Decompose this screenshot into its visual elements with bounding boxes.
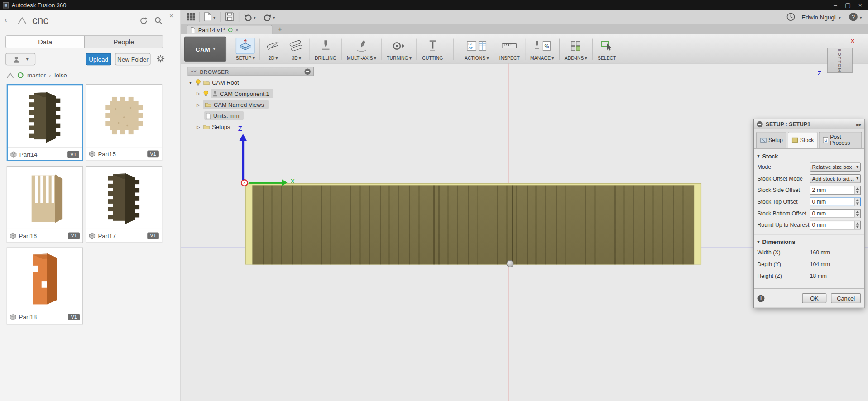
mode-select[interactable]: Relative size box ▾ <box>810 162 861 172</box>
section-expanded-icon: ▾ <box>758 153 760 158</box>
file-menu-caret-icon[interactable]: ▾ <box>213 15 216 20</box>
dialog-expand-icon[interactable]: ▸▸ <box>856 121 861 127</box>
tab-setup[interactable]: Setup <box>756 132 786 148</box>
tree-item-setups[interactable]: ▷ Setups <box>187 121 320 132</box>
ribbon-group-3d[interactable]: 3D▾ <box>285 35 308 63</box>
setup-dialog-titlebar[interactable]: SETUP : SETUP1 ▸▸ <box>754 119 864 129</box>
stock-top-offset-input[interactable]: 0 mm <box>810 197 861 206</box>
cancel-button[interactable]: Cancel <box>831 293 861 303</box>
tree-item-named-views[interactable]: ▷ CAM Named Views <box>187 99 320 110</box>
part-card[interactable]: Part17 V1 <box>86 166 163 243</box>
spinner-control[interactable] <box>854 198 860 205</box>
ribbon-group-actions[interactable]: G1G2 ACTIONS▾ <box>460 35 493 63</box>
info-icon[interactable]: i <box>758 295 765 302</box>
version-badge[interactable]: V1 <box>68 314 80 320</box>
ribbon-group-manage[interactable]: % MANAGE▾ <box>527 35 558 63</box>
help-icon[interactable]: ? <box>849 13 857 21</box>
tab-post-process[interactable]: G Post Process <box>819 132 862 148</box>
tab-data[interactable]: Data <box>6 36 85 48</box>
part-card[interactable]: Part16 V1 <box>7 166 83 243</box>
origin-marker[interactable]: × <box>241 179 248 186</box>
bulb-icon[interactable] <box>203 90 209 97</box>
minimize-button[interactable]: – <box>834 2 837 9</box>
version-badge[interactable]: V1 <box>68 232 80 239</box>
bulb-icon[interactable] <box>196 79 201 86</box>
undo-caret-icon[interactable]: ▾ <box>254 15 256 20</box>
dimensions-section-header[interactable]: ▾ Dimensions <box>754 234 864 247</box>
spinner-control[interactable] <box>854 186 860 194</box>
stock-offset-mode-select[interactable]: Add stock to sid... ▾ <box>810 174 861 183</box>
tree-item-units[interactable]: Units: mm <box>187 110 320 121</box>
job-status-clock-icon[interactable] <box>786 12 796 24</box>
gear-icon[interactable] <box>156 54 165 65</box>
stock-bottom-offset-input[interactable]: 0 mm <box>810 209 861 218</box>
minimize-browser-icon[interactable] <box>304 68 310 74</box>
app-grid-menu-icon[interactable] <box>187 12 196 23</box>
collapse-browser-icon[interactable]: «« <box>191 69 197 74</box>
file-menu-icon[interactable] <box>204 12 211 24</box>
part-card[interactable]: Part15 V1 <box>86 84 163 161</box>
undo-icon[interactable] <box>244 13 253 23</box>
ribbon-group-drilling[interactable]: DRILLING <box>311 35 340 63</box>
workspace-switcher[interactable]: CAM ▾ <box>184 37 226 62</box>
view-cube[interactable]: BOTTOM <box>827 48 853 73</box>
username[interactable]: Edwin Ngugi <box>801 14 836 21</box>
document-tab[interactable]: Part14 v1* × <box>187 25 273 34</box>
ribbon-group-multi-axis[interactable]: MULTI-AXIS▾ <box>343 35 380 63</box>
collapsed-arrow-icon[interactable]: ▷ <box>196 124 201 129</box>
close-tab-icon[interactable]: × <box>235 27 239 33</box>
stock-side-offset-input[interactable]: 2 mm <box>810 186 861 195</box>
browser-header[interactable]: «« BROWSER <box>187 67 314 76</box>
redo-icon[interactable] <box>263 13 272 23</box>
tab-stock[interactable]: Stock <box>788 132 818 148</box>
back-icon[interactable]: ‹ <box>5 14 8 25</box>
part-card[interactable]: Part18 V1 <box>7 248 83 325</box>
dialog-collapse-icon[interactable] <box>757 121 762 127</box>
tab-people[interactable]: People <box>85 36 163 48</box>
refresh-icon[interactable] <box>139 17 148 27</box>
ribbon-group-cutting[interactable]: CUTTING <box>418 35 447 63</box>
upload-button[interactable]: Upload <box>86 53 111 65</box>
close-data-panel-icon[interactable]: × <box>169 12 173 20</box>
maximize-button[interactable]: ▢ <box>845 1 851 9</box>
new-folder-button[interactable]: New Folder <box>115 53 150 65</box>
new-tab-button[interactable]: + <box>278 25 282 33</box>
user-menu-caret-icon[interactable]: ▾ <box>839 15 841 20</box>
z-axis-arrow[interactable] <box>242 141 244 180</box>
data-panel: × ‹ cnc Data People ▾ Upload New Folder … <box>0 10 181 401</box>
ok-button[interactable]: OK <box>802 293 827 303</box>
help-caret-icon[interactable]: ▾ <box>860 15 862 20</box>
search-icon[interactable] <box>154 17 163 27</box>
version-badge[interactable]: V1 <box>147 232 159 239</box>
cutting-icon <box>427 38 438 54</box>
version-badge[interactable]: V1 <box>147 150 159 157</box>
multi-axis-icon <box>355 38 368 54</box>
spinner-control[interactable] <box>854 210 860 217</box>
spinner-control[interactable] <box>854 221 860 229</box>
stock-section-header[interactable]: ▾ Stock <box>754 149 864 161</box>
ribbon-group-inspect[interactable]: INSPECT <box>495 35 523 63</box>
view-cube-face-label[interactable]: BOTTOM <box>837 48 842 72</box>
collapsed-arrow-icon[interactable]: ▷ <box>196 91 201 96</box>
round-up-input[interactable]: 0 mm <box>810 220 861 229</box>
part-card[interactable]: Part14 V1 <box>7 84 83 161</box>
tree-item-cam-component[interactable]: ▷ CAM Component:1 <box>187 88 320 99</box>
workpiece-model[interactable] <box>253 185 695 264</box>
save-icon[interactable] <box>225 12 235 23</box>
ribbon-group-setup[interactable]: SETUP▾ <box>232 35 259 63</box>
collapsed-arrow-icon[interactable]: ▷ <box>196 102 201 107</box>
close-button[interactable]: × <box>858 2 862 9</box>
x-axis-arrow[interactable] <box>249 182 282 184</box>
view-filter-dropdown[interactable]: ▾ <box>5 53 35 65</box>
ribbon-group-select[interactable]: SELECT <box>594 35 620 63</box>
stock-bottom-offset-row: Stock Bottom Offset 0 mm <box>754 207 864 219</box>
expanded-arrow-icon[interactable]: ▾ <box>187 80 193 85</box>
ribbon-group-add-ins[interactable]: ADD-INS▾ <box>561 35 591 63</box>
stock-drag-handle[interactable] <box>507 260 514 267</box>
tree-item-cam-root[interactable]: ▾ CAM Root <box>187 77 320 88</box>
ribbon-group-turning[interactable]: TURNING▾ <box>383 35 416 63</box>
version-badge[interactable]: V1 <box>67 151 79 158</box>
breadcrumb-root[interactable]: master <box>27 72 46 79</box>
redo-caret-icon[interactable]: ▾ <box>273 15 275 20</box>
ribbon-group-2d[interactable]: 2D▾ <box>262 35 285 63</box>
